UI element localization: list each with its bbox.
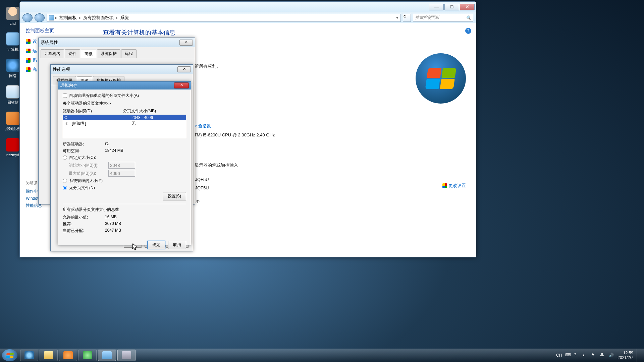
no-pagefile-label: 无分页文件(N)	[69, 185, 95, 191]
flag-icon[interactable]: ⚑	[591, 353, 597, 358]
change-settings-link[interactable]: 更改设置	[442, 183, 466, 189]
refresh-button[interactable]: ↻	[403, 14, 411, 22]
workgroup: OUP	[190, 199, 467, 204]
crumb-all-items[interactable]: 所有控制面板项	[82, 15, 115, 21]
speaker-icon[interactable]: 🔊	[609, 353, 614, 358]
no-pagefile-radio-input[interactable]	[63, 186, 67, 190]
dialog-title: 虚拟内存	[60, 82, 77, 88]
drive-row-c[interactable]: C: 2048 - 4096	[63, 115, 186, 120]
clock[interactable]: 12:59 2021/2/7	[618, 351, 633, 360]
desktop-icon-label: nzzmyd	[6, 153, 19, 157]
dialog-title: 系统属性	[41, 40, 58, 46]
desktop-icon-control-panel[interactable]: 控制面板	[5, 112, 21, 131]
system-managed-label: 系统管理的大小(Y)	[69, 178, 103, 184]
dialog-titlebar[interactable]: 系统属性 ✕	[39, 38, 195, 47]
start-button[interactable]	[2, 349, 17, 361]
system-managed-radio[interactable]: 系统管理的大小(Y)	[63, 178, 186, 184]
set-button[interactable]: 设置(S)	[163, 192, 186, 200]
shield-icon	[26, 39, 31, 44]
system-managed-radio-input[interactable]	[63, 179, 67, 183]
minimize-button[interactable]: —	[429, 4, 444, 10]
free-space-value: 18424 MB	[105, 148, 123, 154]
auto-manage-label: 自动管理所有驱动器的分页文件大小(A)	[69, 93, 139, 99]
max-size-input[interactable]	[108, 170, 135, 177]
tabs: 计算机名 硬件 高级 系统保护 远程	[39, 47, 195, 58]
tab-remote[interactable]: 远程	[121, 49, 137, 58]
full-name: 62JQF5U	[190, 185, 467, 190]
cancel-button[interactable]: 取消	[168, 241, 186, 249]
network-tray-icon[interactable]: 🖧	[600, 353, 605, 358]
totals-section: 所有驱动器分页文件大小的总数 允许的最小值:16 MB 推荐:3070 MB 当…	[63, 204, 186, 234]
auto-manage-checkbox[interactable]: 自动管理所有驱动器的分页文件大小(A)	[63, 93, 186, 99]
initial-size-input[interactable]	[108, 162, 135, 169]
computer-icon	[6, 32, 19, 46]
taskbar-control-panel[interactable]	[98, 350, 116, 361]
close-button[interactable]: ✕	[460, 4, 475, 10]
initial-size-label: 初始大小(MB)(I):	[69, 163, 106, 168]
shield-icon	[26, 67, 31, 72]
taskbar-ie[interactable]	[20, 350, 38, 361]
desktop-icon-recycle[interactable]: 回收站	[5, 85, 21, 105]
desktop-icon-network[interactable]: 网络	[5, 59, 21, 78]
no-pagefile-radio[interactable]: 无分页文件(N)	[63, 185, 186, 191]
keyboard-icon[interactable]: ⌨	[565, 353, 571, 358]
custom-size-radio-input[interactable]	[63, 156, 67, 160]
min-allowed-value: 16 MB	[105, 215, 117, 220]
language-indicator[interactable]: CH	[556, 353, 562, 358]
taskbar-360[interactable]	[78, 350, 97, 361]
experience-index-link[interactable]: 体验指数	[194, 123, 211, 128]
tab-computer-name[interactable]: 计算机名	[41, 49, 64, 58]
pen-touch: 此显示器的笔或触控输入	[190, 162, 467, 168]
taskbar-media-player[interactable]	[59, 350, 77, 361]
taskbar-system-props[interactable]	[117, 350, 136, 361]
drive-pagefile: 无	[131, 121, 136, 126]
forward-button[interactable]	[35, 13, 45, 22]
desktop-icon-label: zhd	[10, 21, 16, 25]
chevron-up-icon[interactable]: ▴	[583, 353, 588, 358]
close-button[interactable]: ✕	[177, 66, 191, 72]
drive-row-r[interactable]: R: [新加卷] 无	[63, 120, 186, 127]
control-panel-icon	[102, 351, 112, 359]
crumb-control-panel[interactable]: 控制面板	[58, 15, 78, 21]
col-drive: 驱动器 [卷标](D)	[63, 108, 123, 114]
drive-list[interactable]: C: 2048 - 4096 R: [新加卷] 无	[63, 115, 186, 138]
cpu-info: e(TM) i5-6200U CPU @ 2.30GHz 2.40 GHz	[190, 132, 467, 137]
tab-hardware[interactable]: 硬件	[65, 49, 80, 58]
window-titlebar[interactable]: — □ ✕	[20, 2, 476, 12]
drive-pagefile: 2048 - 4096	[131, 115, 153, 120]
search-placeholder: 搜索控制面板	[415, 15, 439, 20]
help-icon[interactable]: ?	[465, 28, 471, 34]
dialog-titlebar[interactable]: 虚拟内存 ✕	[58, 81, 191, 89]
close-button[interactable]: ✕	[179, 40, 193, 46]
custom-size-label: 自定义大小(C):	[69, 155, 96, 161]
min-allowed-label: 允许的最小值:	[63, 215, 105, 220]
free-space-label: 可用空间:	[63, 148, 105, 154]
sidebar-title: 控制面板主页	[26, 28, 88, 34]
taskbar-explorer[interactable]	[40, 350, 58, 361]
crumb-system[interactable]: 系统	[119, 15, 130, 21]
sidebar-item-label: 高	[33, 67, 37, 73]
tab-advanced[interactable]: 高级	[81, 50, 96, 58]
breadcrumb[interactable]: ▸ 控制面板 ▸ 所有控制面板项 ▸ 系统 ▾	[47, 14, 401, 22]
custom-size-radio[interactable]: 自定义大小(C):	[63, 155, 186, 161]
dialog-titlebar[interactable]: 性能选项 ✕	[51, 65, 193, 74]
search-input[interactable]: 搜索控制面板 🔍	[413, 14, 473, 22]
page-title: 查看有关计算机的基本信息	[103, 28, 467, 37]
ok-button[interactable]: 确定	[147, 241, 165, 249]
close-button[interactable]: ✕	[174, 82, 189, 88]
system-props-icon	[122, 351, 131, 359]
show-desktop-button[interactable]	[637, 349, 641, 362]
chevron-down-icon[interactable]: ▾	[396, 15, 398, 20]
selected-drive-label: 所选驱动器:	[63, 141, 105, 147]
maximize-button[interactable]: □	[444, 4, 459, 10]
desktop-icon-user[interactable]: zhd	[5, 7, 21, 25]
desktop-icon-file[interactable]: nzzmyd	[5, 138, 21, 157]
help-tray-icon[interactable]: ?	[574, 353, 579, 358]
tab-protection[interactable]: 系统保护	[97, 49, 120, 58]
computer-name: 62JQF5U	[190, 177, 467, 182]
media-player-icon	[63, 351, 73, 359]
desktop-icon-computer[interactable]: 计算机	[5, 32, 21, 52]
back-button[interactable]	[22, 13, 33, 22]
drive-letter: R: [新加卷]	[64, 121, 131, 126]
auto-manage-check-input[interactable]	[63, 94, 67, 98]
